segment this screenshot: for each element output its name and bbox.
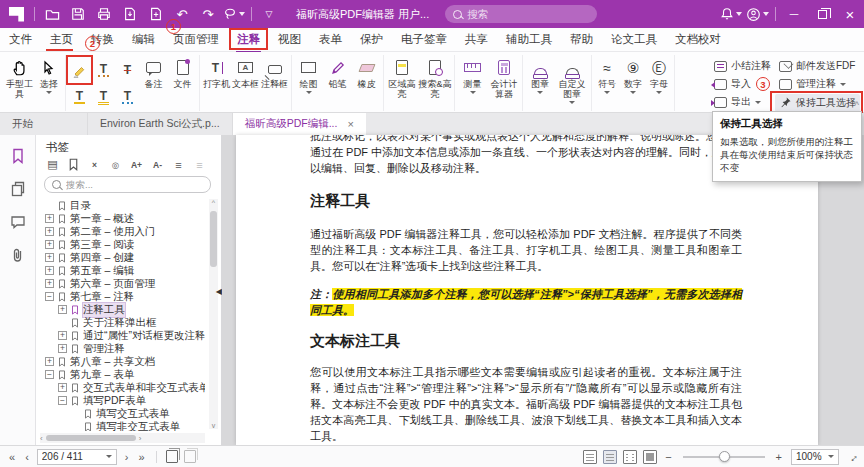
tab-share[interactable]: 共享 — [456, 28, 497, 51]
redo-button[interactable]: ↷ — [197, 3, 219, 25]
multi-page-view-icon[interactable] — [643, 450, 657, 464]
expander-icon[interactable]: + — [58, 344, 67, 353]
bookmark-tree-item[interactable]: +第五章 – 编辑 — [39, 264, 205, 277]
tab-view[interactable]: 视图 — [269, 28, 310, 51]
scroll-left-icon[interactable]: ‹ — [40, 434, 43, 443]
textbox-button[interactable]: A 文本框 — [231, 55, 260, 89]
close-tab-icon[interactable]: × — [347, 118, 353, 130]
custom-stamp-button[interactable]: 自定义图章 — [555, 55, 589, 104]
new-tab-page-icon[interactable] — [166, 450, 178, 463]
expander-icon[interactable]: + — [58, 331, 67, 340]
global-search-box[interactable] — [445, 5, 597, 23]
typewriter-button[interactable]: T 打字机 — [202, 55, 231, 89]
tab-paper-tools[interactable]: 论文工具 — [602, 28, 666, 51]
stamp-button[interactable]: 图章 — [525, 55, 555, 94]
export-page-button[interactable] — [119, 3, 141, 25]
squiggly-underline-button[interactable]: T — [92, 57, 115, 83]
bookmark-tree-item[interactable]: +第三章 – 阅读 — [39, 238, 205, 251]
strikeout-button[interactable]: T — [116, 57, 139, 83]
restore-button[interactable] — [808, 1, 836, 27]
bookmark-search-input[interactable] — [66, 179, 186, 190]
minimize-button[interactable]: ─ — [780, 1, 808, 27]
bookmark-tree-item[interactable]: −第七章 – 注释 — [39, 290, 205, 303]
scroll-right-icon[interactable]: › — [139, 434, 142, 443]
drawing-button[interactable]: 绘图 — [294, 55, 323, 94]
bookmark-tree-item[interactable]: +第六章 – 页面管理 — [39, 277, 205, 290]
fullscreen-icon[interactable]: ↔ — [844, 448, 860, 464]
manage-comments-button[interactable]: 管理注释 — [775, 75, 860, 93]
customize-toolbar-button[interactable]: ▽ — [258, 3, 280, 25]
add-bookmark-icon[interactable] — [66, 157, 81, 172]
facing-page-view-icon[interactable] — [623, 450, 637, 464]
bookmark-tree-item[interactable]: +交互式表单和非交互式表单 — [39, 381, 205, 394]
collapse-bookmarks-icon[interactable]: ≡ — [192, 157, 207, 172]
zoom-slider-knob[interactable] — [719, 451, 730, 462]
scroll-up-icon[interactable]: ^ — [209, 199, 218, 206]
panel-options-icon[interactable]: ▤ — [45, 157, 60, 172]
bookmark-tree-item[interactable]: 填写非交互式表单 — [39, 420, 205, 431]
tab-proofread[interactable]: 文档校对 — [666, 28, 730, 51]
tab-edit[interactable]: 编辑 — [123, 28, 164, 51]
expander-icon[interactable]: − — [45, 370, 54, 379]
import-comments-button[interactable]: 导入 3 — [710, 75, 775, 93]
search-highlight-button[interactable]: 搜索&高亮 — [418, 55, 452, 99]
bookmark-tree-item[interactable]: +通过“属性”对话框更改注释外观 — [39, 329, 205, 342]
bookmark-tree-item[interactable]: 目录 — [39, 199, 205, 212]
expander-icon[interactable]: + — [45, 214, 54, 223]
open-file-button[interactable] — [41, 3, 63, 25]
increase-text-size-icon[interactable]: A+ — [129, 157, 144, 172]
eraser-button[interactable]: 橡皮 — [352, 55, 381, 89]
bookmark-tree-item[interactable]: +第一章 – 概述 — [39, 212, 205, 225]
account-button[interactable] — [746, 3, 769, 25]
collapse-ribbon-button[interactable]: ^ — [855, 101, 859, 110]
measure-button[interactable]: 测量 — [457, 55, 488, 94]
delete-bookmark-icon[interactable]: × — [87, 157, 102, 172]
summary-notes-button[interactable]: 小结注释 — [710, 57, 775, 75]
bookmark-horizontal-scrollbar[interactable]: ‹ › — [40, 433, 205, 443]
area-highlight-button[interactable]: 区域高亮 — [386, 55, 418, 99]
bookmarks-panel-button[interactable] — [9, 147, 27, 165]
insert-text-button[interactable]: T — [116, 84, 139, 110]
duplicate-page-icon[interactable] — [184, 450, 196, 463]
attachments-panel-button[interactable] — [9, 246, 27, 264]
expander-icon[interactable]: + — [45, 240, 54, 249]
expander-icon[interactable]: + — [45, 266, 54, 275]
letter-button[interactable]: Ⓔ 字母 — [646, 55, 672, 94]
expander-icon[interactable]: + — [45, 253, 54, 262]
last-page-button[interactable]: » — [133, 451, 149, 463]
highlight-text-button[interactable] — [68, 57, 91, 83]
bookmark-search-box[interactable] — [44, 176, 211, 193]
fit-width-view-icon[interactable] — [603, 450, 617, 464]
zoom-out-button[interactable]: − — [660, 451, 676, 463]
pages-panel-button[interactable] — [9, 180, 27, 198]
bookmark-tree-item[interactable]: +管理注释 — [39, 342, 205, 355]
close-button[interactable]: × — [836, 1, 864, 27]
expander-icon[interactable]: + — [45, 357, 54, 366]
bookmark-tree-item[interactable]: +第二章 – 使用入门 — [39, 225, 205, 238]
expander-icon[interactable]: + — [45, 279, 54, 288]
notifications-button[interactable] — [720, 3, 742, 25]
tab-form[interactable]: 表单 — [310, 28, 351, 51]
symbol-button[interactable]: ≈ 符号 — [594, 55, 620, 94]
start-tab[interactable]: 开始 — [0, 113, 88, 135]
scrollbar-thumb[interactable] — [46, 435, 136, 441]
double-underline-button[interactable]: T — [92, 84, 115, 110]
note-comment-button[interactable]: 备注 — [139, 55, 168, 89]
zoom-level-box[interactable]: 100% — [791, 449, 839, 465]
expander-icon[interactable]: + — [58, 305, 67, 314]
set-destination-icon[interactable]: ◎ — [108, 157, 123, 172]
print-button[interactable] — [93, 3, 115, 25]
document-tab-foxit-manual[interactable]: 福昕高级PDF编辑... × — [233, 113, 366, 135]
hand-tool-button[interactable]: 手型工具 — [5, 55, 34, 99]
expander-icon[interactable]: + — [58, 383, 67, 392]
bookmark-tree-item[interactable]: 关于注释弹出框 — [39, 316, 205, 329]
next-page-button[interactable]: › — [120, 451, 134, 463]
underline-button[interactable]: T — [68, 84, 91, 110]
tab-help[interactable]: 帮助 — [561, 28, 602, 51]
expander-icon[interactable]: + — [45, 227, 54, 236]
bookmark-tree-item[interactable]: −填写PDF表单 — [39, 394, 205, 407]
bookmark-vertical-scrollbar[interactable]: ^ v — [209, 199, 218, 429]
accounting-calculator-button[interactable]: 会计计算器 — [488, 55, 520, 99]
callout-button[interactable]: 注释框 — [260, 55, 289, 89]
keep-tool-selected-button[interactable]: 保持工具选择 — [775, 94, 860, 112]
